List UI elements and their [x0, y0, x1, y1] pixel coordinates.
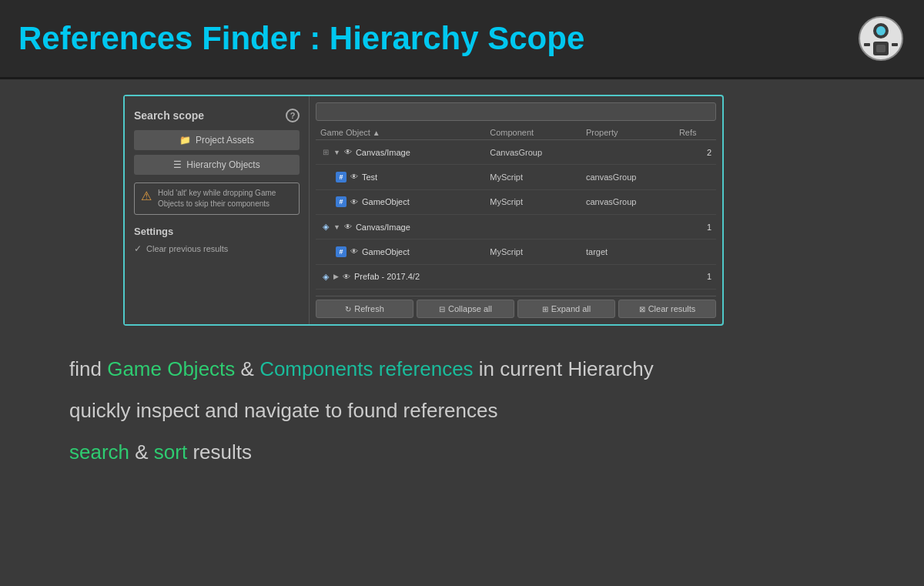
table-row[interactable]: ⊞ ▼ 👁 Canvas/Image CanvasGroup 2 [316, 140, 716, 165]
project-assets-button[interactable]: 📁 Project Assets [134, 130, 300, 150]
col-component: Component [485, 126, 581, 140]
component-cell [485, 214, 581, 239]
results-panel: Game Object ▲ Component Property Refs [310, 96, 722, 324]
property-cell [581, 264, 675, 289]
eye-icon: 👁 [341, 271, 352, 282]
collapse-all-button[interactable]: ⊟ Collapse all [417, 300, 514, 318]
property-cell: canvasGroup [581, 189, 675, 214]
table-row[interactable]: ◈ ▼ 👁 Canvas/Image 1 [316, 214, 716, 239]
search-scope-sidebar: Search scope ? 📁 Project Assets ☰ Hierar… [125, 96, 310, 324]
svg-rect-4 [876, 45, 886, 52]
sort-arrow-icon: ▲ [373, 129, 380, 137]
cube-icon: ◈ [320, 271, 331, 282]
component-cell: MyScript [485, 239, 581, 264]
expand-all-button[interactable]: ⊞ Expand all [517, 300, 615, 318]
description-line-1: find Game Objects & Components reference… [69, 357, 654, 383]
property-cell [581, 140, 675, 165]
help-icon[interactable]: ? [286, 109, 300, 122]
description-line-2: quickly inspect and navigate to found re… [69, 398, 654, 424]
checkmark-icon: ✓ [134, 243, 142, 254]
clear-results-row: ✓ Clear previous results [134, 243, 300, 254]
eye-icon: 👁 [349, 246, 360, 257]
warning-box: ⚠ Hold 'alt' key while dropping Game Obj… [134, 182, 300, 215]
main-content: Search scope ? 📁 Project Assets ☰ Hierar… [0, 79, 924, 496]
refs-cell [675, 189, 716, 214]
refs-cell: 1 [675, 264, 716, 289]
eye-icon: 👁 [343, 222, 353, 233]
expand-arrow-icon: ▼ [333, 149, 340, 156]
component-cell: MyScript [485, 165, 581, 189]
expand-icon: ⊞ [542, 305, 548, 313]
hash-icon: # [336, 196, 346, 207]
description-line-3: search & sort results [69, 440, 654, 466]
eye-icon: 👁 [343, 147, 353, 158]
action-buttons-row: ↻ Refresh ⊟ Collapse all ⊞ Expand all ⊠ … [316, 296, 716, 318]
refresh-icon: ↻ [345, 305, 351, 313]
property-cell [581, 214, 675, 239]
table-row[interactable]: # 👁 GameObject MyScript canvasGroup [316, 189, 716, 214]
col-gameobject: Game Object ▲ [316, 126, 485, 140]
expand-arrow-icon: ▶ [333, 273, 339, 280]
finder-panel: Search scope ? 📁 Project Assets ☰ Hierar… [123, 95, 724, 326]
logo-icon [856, 14, 906, 63]
cube-icon: ◈ [320, 222, 331, 233]
property-cell: canvasGroup [581, 165, 675, 189]
clear-icon: ⊠ [639, 305, 645, 313]
svg-rect-6 [892, 43, 898, 46]
scope-title: Search scope ? [134, 109, 300, 122]
component-cell: CanvasGroup [485, 140, 581, 165]
eye-icon: 👁 [349, 196, 360, 207]
grid-icon: ⊞ [320, 147, 331, 158]
refresh-button[interactable]: ↻ Refresh [316, 300, 413, 318]
refs-cell [675, 165, 716, 189]
search-input[interactable] [316, 102, 716, 121]
table-row[interactable]: # 👁 GameObject MyScript target [316, 239, 716, 264]
refs-cell: 1 [675, 214, 716, 239]
table-header-row: Game Object ▲ Component Property Refs [316, 126, 716, 140]
expand-arrow-icon: ▼ [333, 223, 340, 231]
table-row[interactable]: # 👁 Test MyScript canvasGroup [316, 165, 716, 189]
hash-icon: # [336, 246, 346, 257]
col-property: Property [581, 126, 675, 140]
clear-results-label: Clear previous results [146, 244, 228, 253]
collapse-icon: ⊟ [439, 305, 445, 313]
header: References Finder : Hierarchy Scope [0, 0, 924, 79]
page-title: References Finder : Hierarchy Scope [18, 20, 584, 57]
results-table: Game Object ▲ Component Property Refs [316, 126, 716, 290]
eye-icon: 👁 [349, 172, 360, 182]
col-refs: Refs [675, 126, 716, 140]
property-cell: target [581, 239, 675, 264]
table-row[interactable]: ◈ ▶ 👁 Prefab - 2017.4/2 1 [316, 264, 716, 289]
component-cell: MyScript [485, 189, 581, 214]
warning-icon: ⚠ [141, 189, 152, 203]
warning-text: Hold 'alt' key while dropping Game Objec… [158, 188, 293, 209]
folder-icon: 📁 [179, 135, 191, 146]
svg-point-2 [876, 26, 886, 35]
bottom-text: find Game Objects & Components reference… [69, 357, 654, 481]
hash-icon: # [336, 172, 346, 182]
hierarchy-objects-button[interactable]: ☰ Hierarchy Objects [134, 155, 300, 175]
refs-cell [675, 239, 716, 264]
refs-cell: 2 [675, 140, 716, 165]
list-icon: ☰ [173, 159, 182, 170]
component-cell [485, 264, 581, 289]
clear-results-button[interactable]: ⊠ Clear results [618, 300, 716, 318]
svg-rect-5 [864, 43, 870, 46]
settings-title: Settings [134, 226, 300, 237]
